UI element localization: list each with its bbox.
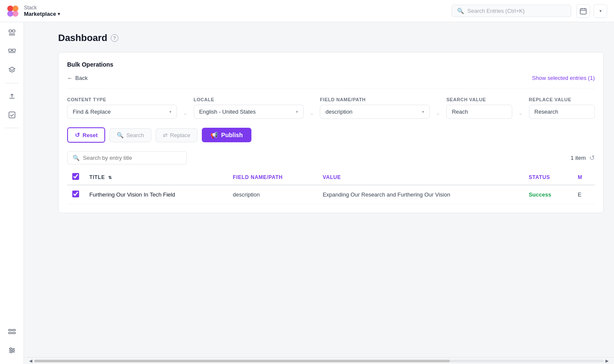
dropdown-icon[interactable]: ▾ <box>593 4 607 18</box>
item-count-area: 1 item ↺ <box>571 154 595 162</box>
sidebar-item-upload[interactable] <box>3 88 21 105</box>
topbar-actions: ▾ <box>576 4 607 18</box>
locale-select[interactable]: English - United States ▾ <box>194 105 304 119</box>
chevron-down-icon: ▾ <box>58 12 60 17</box>
content-type-group: Content Type Find & Replace ▾ <box>67 97 177 119</box>
svg-point-1 <box>12 6 18 12</box>
title-column-header[interactable]: Title ⇅ <box>84 170 228 185</box>
search-bar-row: 🔍 1 item ↺ <box>67 151 595 164</box>
entry-search[interactable]: 🔍 <box>67 151 187 164</box>
svg-rect-9 <box>12 30 15 32</box>
search-button[interactable]: 🔍 Search <box>109 128 151 142</box>
svg-rect-12 <box>9 49 12 51</box>
replace-value-label: Replace Value <box>529 97 595 102</box>
reset-icon: ↺ <box>75 132 80 138</box>
divider-4: - <box>519 109 522 119</box>
horizontal-scrollbar[interactable]: ◀ ▶ <box>24 357 614 364</box>
sidebar-divider-1 <box>5 83 19 83</box>
action-row: ↺ Reset 🔍 Search ⇄ Replace 📢 Publish <box>67 127 595 143</box>
bulk-operations-card: Bulk Operations ← Back Show selected ent… <box>58 52 604 213</box>
app-logo[interactable] <box>7 5 19 17</box>
content-type-value: Find & Replace <box>73 109 111 115</box>
replace-value-group: Replace Value <box>529 97 595 119</box>
replace-value-input[interactable] <box>529 105 595 119</box>
divider-3: - <box>437 109 440 119</box>
table-header: Title ⇅ Field Name/Path Value Status M <box>67 170 595 185</box>
scroll-thumb[interactable] <box>34 360 450 362</box>
nav-row: ← Back Show selected entries (1) <box>67 75 595 88</box>
sidebar-item-layers[interactable] <box>3 62 21 79</box>
stack-info: Stack Marketplace ▾ <box>24 5 60 18</box>
help-icon[interactable]: ? <box>111 34 118 42</box>
svg-rect-13 <box>12 49 15 51</box>
global-search[interactable]: 🔍 Search Entries (Ctrl+K) <box>452 5 571 17</box>
row-status-cell: Success <box>523 185 573 204</box>
sidebar-divider-2 <box>5 128 19 128</box>
item-count-label: 1 item <box>571 155 586 161</box>
row-checkbox[interactable] <box>72 191 79 197</box>
sidebar-item-settings1[interactable] <box>3 323 21 340</box>
row-value-cell: Expanding Our Research and Furthering Ou… <box>318 185 524 204</box>
scroll-left-arrow[interactable]: ◀ <box>27 358 34 363</box>
status-column-header: Status <box>523 170 573 185</box>
replace-button[interactable]: ⇄ Replace <box>156 128 198 142</box>
field-name-label: Field Name/Path <box>320 97 430 102</box>
locale-group: Locale English - United States ▾ <box>194 97 304 119</box>
sidebar-item-linked[interactable] <box>3 43 21 60</box>
scroll-right-arrow[interactable]: ▶ <box>604 358 611 363</box>
main-content: Dashboard ? Bulk Operations ← Back Show … <box>48 22 614 364</box>
entry-title[interactable]: Furthering Our Vision In Tech Field <box>89 191 175 198</box>
divider-1: - <box>184 109 187 119</box>
reset-button[interactable]: ↺ Reset <box>67 127 105 143</box>
svg-point-24 <box>10 348 12 349</box>
sidebar-item-check[interactable] <box>3 106 21 123</box>
search-value-input[interactable] <box>446 105 512 119</box>
content-type-label: Content Type <box>67 97 177 102</box>
search-value-group: Search Value <box>446 97 512 119</box>
scroll-track[interactable] <box>34 360 604 362</box>
field-name-group: Field Name/Path description ▾ <box>320 97 430 119</box>
row-extra-cell: E <box>573 185 595 204</box>
filter-row: Content Type Find & Replace ▾ - Locale E… <box>67 97 595 119</box>
field-name-select[interactable]: description ▾ <box>320 105 430 119</box>
chevron-down-icon: ▾ <box>169 109 171 114</box>
svg-rect-19 <box>9 332 12 334</box>
search-icon: 🔍 <box>457 8 464 14</box>
search-icon: 🔍 <box>73 155 80 161</box>
bulk-operations-title: Bulk Operations <box>67 61 595 68</box>
svg-rect-20 <box>12 332 15 334</box>
svg-point-0 <box>7 6 13 12</box>
page-title: Dashboard ? <box>58 32 604 44</box>
content-type-select[interactable]: Find & Replace ▾ <box>67 105 177 119</box>
svg-rect-4 <box>580 9 586 14</box>
table-row: Furthering Our Vision In Tech Field desc… <box>67 185 595 204</box>
extra-column-header: M <box>573 170 595 185</box>
search-icon: 🔍 <box>117 132 124 138</box>
field-name-value: description <box>325 109 352 115</box>
stack-label: Stack <box>24 5 60 11</box>
sort-icon: ⇅ <box>108 175 112 180</box>
entries-table: Title ⇅ Field Name/Path Value Status M <box>67 170 595 204</box>
topbar: Stack Marketplace ▾ 🔍 Search Entries (Ct… <box>0 0 614 22</box>
refresh-button[interactable]: ↺ <box>589 154 595 162</box>
locale-value: English - United States <box>199 109 256 115</box>
select-all-checkbox[interactable] <box>72 173 79 180</box>
value-column-header: Value <box>318 170 524 185</box>
svg-rect-18 <box>12 329 15 331</box>
show-selected-link[interactable]: Show selected entries (1) <box>532 75 595 81</box>
marketplace-label[interactable]: Marketplace ▾ <box>24 11 60 18</box>
sidebar-item-list[interactable] <box>3 24 21 41</box>
chevron-down-icon: ▾ <box>422 109 424 114</box>
publish-button[interactable]: 📢 Publish <box>202 128 251 142</box>
back-button[interactable]: ← Back <box>67 75 88 81</box>
divider-2: - <box>310 109 313 119</box>
locale-label: Locale <box>194 97 304 102</box>
svg-rect-17 <box>9 329 12 331</box>
entry-search-input[interactable] <box>83 155 181 161</box>
row-title-cell: Furthering Our Vision In Tech Field <box>84 185 228 204</box>
svg-point-2 <box>7 11 13 17</box>
calendar-icon[interactable] <box>576 4 590 18</box>
table-body: Furthering Our Vision In Tech Field desc… <box>67 185 595 204</box>
svg-point-3 <box>12 11 18 17</box>
sidebar-item-settings2[interactable] <box>3 342 21 359</box>
